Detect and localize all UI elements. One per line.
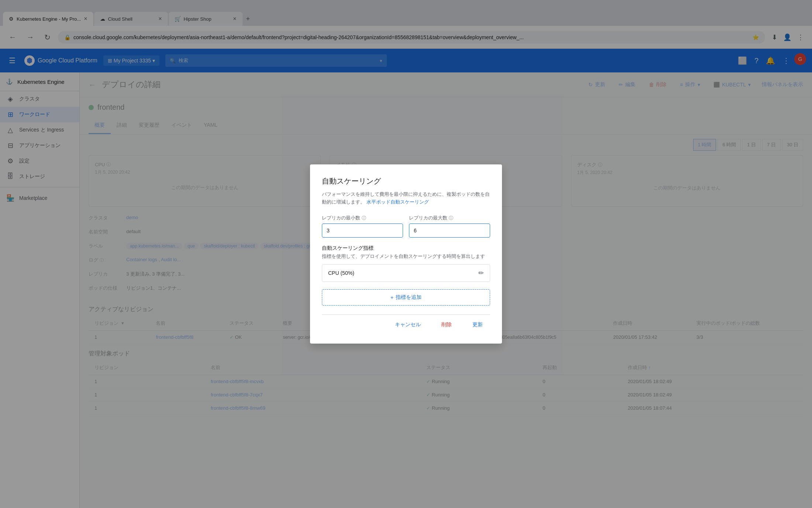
modal-actions: キャンセル 削除 更新: [322, 314, 490, 332]
autoscaling-modal: 自動スケーリング パフォーマンスを維持して費用を最小限に抑えるために、複製ポッド…: [310, 164, 502, 344]
indicator-edit-btn[interactable]: ✏: [478, 269, 484, 277]
modal-desc: パフォーマンスを維持して費用を最小限に抑えるために、複製ポッドの数を自動的に増減…: [322, 191, 490, 206]
max-replicas-group: レプリカの最大数 ⓘ: [409, 215, 490, 238]
max-info-icon: ⓘ: [449, 215, 453, 221]
modal-overlay: 自動スケーリング パフォーマンスを維持して費用を最小限に抑えるために、複製ポッド…: [0, 0, 812, 508]
indicator-text: CPU (50%): [328, 270, 354, 276]
min-replicas-group: レプリカの最小数 ⓘ: [322, 215, 403, 238]
cancel-button[interactable]: キャンセル: [388, 318, 428, 332]
modal-update-button[interactable]: 更新: [465, 318, 490, 332]
min-replicas-input[interactable]: [322, 224, 403, 238]
modal-fields: レプリカの最小数 ⓘ レプリカの最大数 ⓘ: [322, 215, 490, 238]
scaling-indicator-desc: 指標を使用して、デプロイメントを自動スケーリングする時間を算出します: [322, 253, 490, 260]
add-icon: +: [390, 294, 393, 300]
modal-title: 自動スケーリング: [322, 176, 490, 186]
max-replicas-input[interactable]: [409, 224, 490, 238]
indicator-row: CPU (50%) ✏: [322, 264, 490, 282]
max-replicas-label: レプリカの最大数 ⓘ: [409, 215, 490, 221]
min-info-icon: ⓘ: [362, 215, 366, 221]
modal-link[interactable]: 水平ポッド自動スケーリング: [367, 199, 429, 205]
add-indicator-label: 指標を追加: [396, 294, 422, 301]
add-indicator-button[interactable]: + 指標を追加: [322, 289, 490, 306]
min-replicas-label: レプリカの最小数 ⓘ: [322, 215, 403, 221]
scaling-indicator-section: 自動スケーリング指標 指標を使用して、デプロイメントを自動スケーリングする時間を…: [322, 245, 490, 282]
modal-delete-button[interactable]: 削除: [434, 318, 459, 332]
scaling-indicator-title: 自動スケーリング指標: [322, 245, 490, 252]
